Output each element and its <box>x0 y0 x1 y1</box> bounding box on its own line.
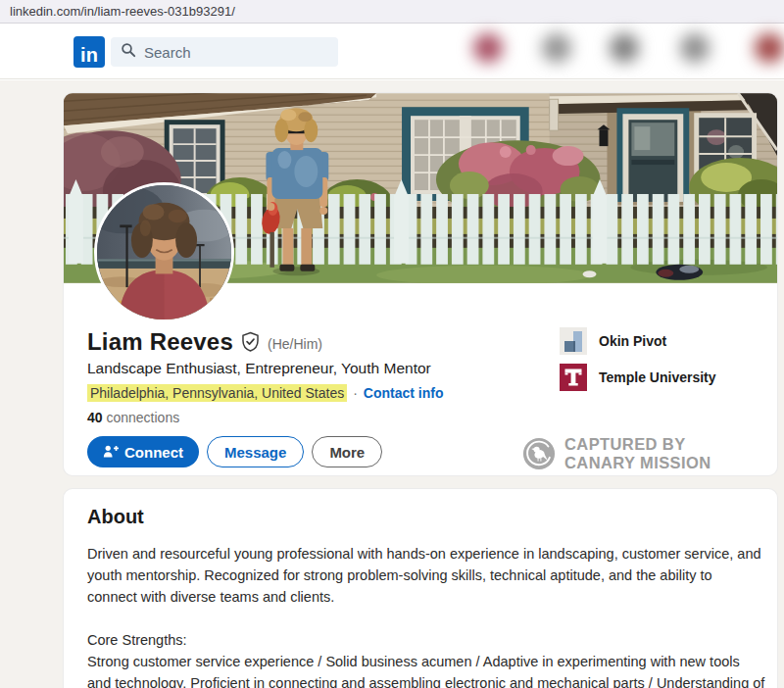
okin-pivot-logo <box>560 327 587 355</box>
profile-location: Philadelphia, Pennsylvania, United State… <box>87 384 347 402</box>
search-box[interactable] <box>111 37 338 67</box>
message-button[interactable]: Message <box>207 436 304 467</box>
pronouns: (He/Him) <box>268 332 322 352</box>
canary-bird-icon <box>522 437 556 470</box>
nav-blurred-icon-3[interactable] <box>610 33 639 63</box>
about-paragraph: Driven and resourceful young professiona… <box>87 543 765 608</box>
contact-info-link[interactable]: Contact info <box>364 385 444 401</box>
profile-photo[interactable] <box>94 182 234 322</box>
education-row[interactable]: Temple University <box>560 364 770 391</box>
nav-blurred-icon-5[interactable] <box>755 33 784 63</box>
company-name[interactable]: Okin Pivot <box>599 333 666 349</box>
connect-button[interactable]: Connect <box>87 436 199 467</box>
about-card: About Driven and resourceful young profe… <box>63 488 778 688</box>
profile-intro: Liam Reeves (He/Him) Landscape Enthusias… <box>87 328 548 467</box>
school-name[interactable]: Temple University <box>599 369 716 385</box>
search-icon <box>121 42 136 62</box>
connections-count[interactable]: 40 <box>87 410 103 425</box>
verified-badge-icon[interactable] <box>240 328 261 356</box>
profile-headline: Landscape Enthusiast, Entrepreneur, Yout… <box>87 360 548 377</box>
screenshot: linkedin.com/in/liam-reeves-031b93291/ i… <box>0 0 784 688</box>
connections-label[interactable]: connections <box>106 410 179 425</box>
watermark-line2: CANARY MISSION <box>564 454 711 472</box>
linkedin-top-nav: in <box>0 25 784 79</box>
core-strengths-title: Core Strengths: <box>87 629 765 651</box>
connect-person-plus-icon <box>103 444 119 460</box>
search-input[interactable] <box>144 44 311 61</box>
page-url[interactable]: linkedin.com/in/liam-reeves-031b93291/ <box>10 4 235 19</box>
current-company-row[interactable]: Okin Pivot <box>560 327 770 355</box>
linkedin-logo[interactable]: in <box>74 36 105 68</box>
profile-name: Liam Reeves <box>87 328 233 356</box>
nav-blurred-icon-1[interactable] <box>473 33 503 63</box>
core-strengths-body: Strong customer service experience / Sol… <box>87 651 765 688</box>
browser-url-bar[interactable]: linkedin.com/in/liam-reeves-031b93291/ <box>0 0 784 24</box>
separator-dot: · <box>353 385 358 401</box>
about-section-title: About <box>87 506 765 528</box>
canary-mission-watermark: CAPTURED BY CANARY MISSION <box>522 435 711 472</box>
connect-label: Connect <box>124 444 183 461</box>
profile-card: Liam Reeves (He/Him) Landscape Enthusias… <box>63 92 778 476</box>
more-button[interactable]: More <box>312 436 382 467</box>
nav-blurred-icon-2[interactable] <box>542 33 571 63</box>
nav-blurred-icon-4[interactable] <box>680 33 710 63</box>
experience-rail: Okin Pivot Temple University <box>560 327 770 391</box>
temple-university-logo <box>560 364 587 391</box>
watermark-line1: CAPTURED BY <box>564 435 711 454</box>
